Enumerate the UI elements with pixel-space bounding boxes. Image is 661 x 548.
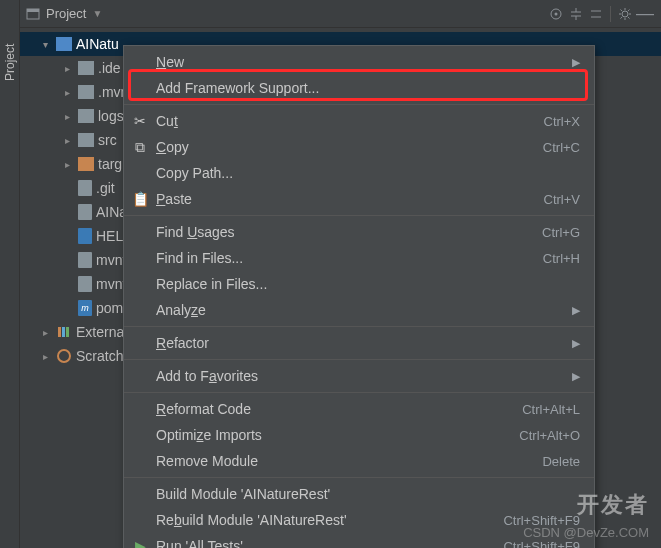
svg-point-4 xyxy=(622,11,628,17)
menu-separator xyxy=(124,326,594,327)
menu-analyze[interactable]: Analyze▶ xyxy=(124,297,594,323)
folder-icon xyxy=(78,61,94,75)
libraries-icon xyxy=(56,324,72,340)
file-icon xyxy=(78,180,92,196)
svg-rect-5 xyxy=(58,327,61,337)
menu-separator xyxy=(124,477,594,478)
submenu-arrow-icon: ▶ xyxy=(572,370,580,383)
menu-paste[interactable]: 📋PasteCtrl+V xyxy=(124,186,594,212)
md-file-icon xyxy=(78,228,92,244)
file-icon xyxy=(78,276,92,292)
copy-icon: ⧉ xyxy=(132,139,148,156)
menu-remove-module[interactable]: Remove ModuleDelete xyxy=(124,448,594,474)
svg-point-3 xyxy=(555,12,558,15)
menu-cut[interactable]: ✂CutCtrl+X xyxy=(124,108,594,134)
svg-point-8 xyxy=(58,350,70,362)
menu-rebuild-module[interactable]: Rebuild Module 'AINatureRest'Ctrl+Shift+… xyxy=(124,507,594,533)
svg-rect-1 xyxy=(27,9,39,12)
vertical-tab-bar: Project xyxy=(0,0,20,548)
menu-separator xyxy=(124,104,594,105)
menu-find-in-files[interactable]: Find in Files...Ctrl+H xyxy=(124,245,594,271)
menu-add-framework-support[interactable]: Add Framework Support... xyxy=(124,75,594,101)
context-menu: New▶ Add Framework Support... ✂CutCtrl+X… xyxy=(123,45,595,548)
svg-rect-7 xyxy=(66,327,69,337)
file-icon xyxy=(78,252,92,268)
menu-add-to-favorites[interactable]: Add to Favorites▶ xyxy=(124,363,594,389)
svg-rect-6 xyxy=(62,327,65,337)
menu-separator xyxy=(124,215,594,216)
collapse-all-icon[interactable] xyxy=(586,4,606,24)
settings-icon[interactable] xyxy=(615,4,635,24)
folder-icon xyxy=(78,85,94,99)
menu-new[interactable]: New▶ xyxy=(124,49,594,75)
menu-copy[interactable]: ⧉CopyCtrl+C xyxy=(124,134,594,160)
submenu-arrow-icon: ▶ xyxy=(572,56,580,69)
scissors-icon: ✂ xyxy=(132,113,148,129)
maven-file-icon: m xyxy=(78,300,92,316)
menu-find-usages[interactable]: Find UsagesCtrl+G xyxy=(124,219,594,245)
module-folder-icon xyxy=(56,37,72,51)
menu-run[interactable]: ▶Run 'All Tests'Ctrl+Shift+F9 xyxy=(124,533,594,548)
folder-icon xyxy=(78,133,94,147)
dropdown-arrow-icon[interactable]: ▼ xyxy=(92,8,102,19)
submenu-arrow-icon: ▶ xyxy=(572,304,580,317)
expand-all-icon[interactable] xyxy=(566,4,586,24)
menu-separator xyxy=(124,359,594,360)
menu-build-module[interactable]: Build Module 'AINatureRest' xyxy=(124,481,594,507)
target-folder-icon xyxy=(78,157,94,171)
project-pane-title[interactable]: Project xyxy=(46,6,86,21)
menu-reformat[interactable]: Reformat CodeCtrl+Alt+L xyxy=(124,396,594,422)
submenu-arrow-icon: ▶ xyxy=(572,337,580,350)
menu-optimize-imports[interactable]: Optimize ImportsCtrl+Alt+O xyxy=(124,422,594,448)
project-tab[interactable]: Project xyxy=(3,25,17,81)
run-icon: ▶ xyxy=(132,538,148,548)
menu-replace-in-files[interactable]: Replace in Files... xyxy=(124,271,594,297)
menu-copy-path[interactable]: Copy Path... xyxy=(124,160,594,186)
expand-arrow-icon[interactable]: ▾ xyxy=(38,39,52,50)
locate-icon[interactable] xyxy=(546,4,566,24)
project-pane-icon xyxy=(26,7,40,21)
project-pane-header: Project ▼ — xyxy=(20,0,661,28)
paste-icon: 📋 xyxy=(132,191,148,207)
file-icon xyxy=(78,204,92,220)
menu-refactor[interactable]: Refactor▶ xyxy=(124,330,594,356)
menu-separator xyxy=(124,392,594,393)
folder-icon xyxy=(78,109,94,123)
hide-icon[interactable]: — xyxy=(635,4,655,24)
scratches-icon xyxy=(56,348,72,364)
